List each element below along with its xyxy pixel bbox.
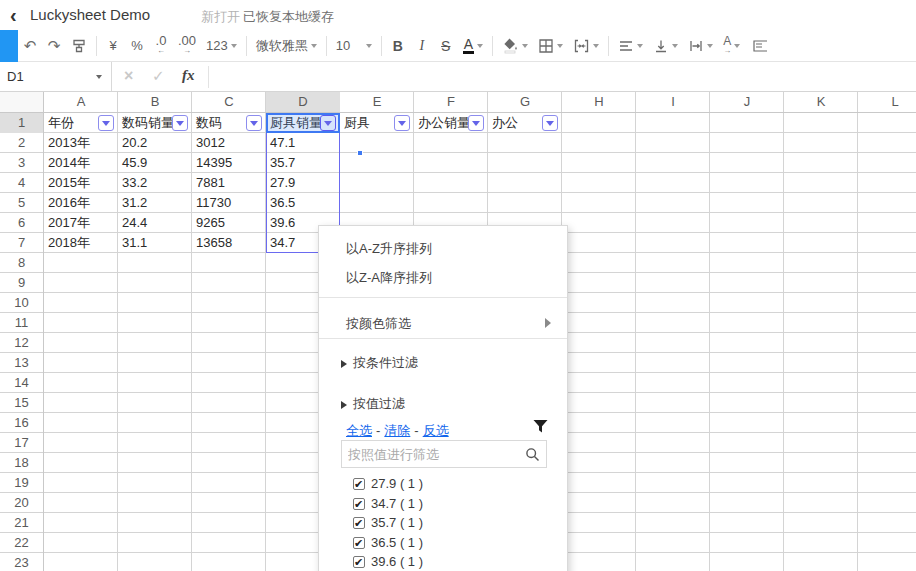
filter-value-item[interactable]: 27.9 ( 1 ): [353, 474, 423, 493]
cell-A5[interactable]: 2016年: [44, 193, 118, 213]
row-header-17[interactable]: 17: [0, 433, 43, 453]
checkbox-checked-icon[interactable]: [353, 537, 365, 549]
menu-filter-by-color[interactable]: 按颜色筛选: [346, 315, 411, 333]
filter-value-item[interactable]: 36.5 ( 1 ): [353, 533, 423, 552]
borders-button[interactable]: [533, 33, 568, 59]
italic-button[interactable]: I: [410, 33, 434, 59]
column-header-D[interactable]: D: [266, 92, 340, 112]
cell-B4[interactable]: 33.2: [118, 173, 192, 193]
row-header-15[interactable]: 15: [0, 393, 43, 413]
checkbox-checked-icon[interactable]: [353, 517, 365, 529]
column-header-E[interactable]: E: [340, 92, 414, 112]
row-header-19[interactable]: 19: [0, 473, 43, 493]
row-header-13[interactable]: 13: [0, 353, 43, 373]
invert-link[interactable]: 反选: [423, 423, 449, 438]
row-header-5[interactable]: 5: [0, 193, 43, 213]
name-box[interactable]: D1: [0, 62, 112, 91]
cell-D2[interactable]: 47.1: [266, 133, 340, 153]
currency-format-button[interactable]: ¥: [101, 33, 125, 59]
cell-A2[interactable]: 2013年: [44, 133, 118, 153]
percent-format-button[interactable]: %: [125, 33, 149, 59]
column-header-K[interactable]: K: [784, 92, 858, 112]
cell-B5[interactable]: 31.2: [118, 193, 192, 213]
row-header-1[interactable]: 1: [0, 113, 43, 133]
row-header-21[interactable]: 21: [0, 513, 43, 533]
fill-color-button[interactable]: [497, 33, 533, 59]
column-header-I[interactable]: I: [636, 92, 710, 112]
confirm-entry-icon[interactable]: ✓: [152, 67, 165, 85]
text-rotate-button[interactable]: A→: [718, 33, 745, 59]
row-header-8[interactable]: 8: [0, 253, 43, 273]
format-painter-button[interactable]: [66, 33, 92, 59]
checkbox-checked-icon[interactable]: [353, 556, 365, 568]
row-header-10[interactable]: 10: [0, 293, 43, 313]
row-header-9[interactable]: 9: [0, 273, 43, 293]
cell-C7[interactable]: 13658: [192, 233, 266, 253]
filter-button-B[interactable]: [172, 115, 188, 131]
fill-handle[interactable]: [357, 150, 363, 156]
row-header-14[interactable]: 14: [0, 373, 43, 393]
increase-decimal-button[interactable]: .00→: [173, 33, 201, 59]
cell-D3[interactable]: 35.7: [266, 153, 340, 173]
cell-C6[interactable]: 9265: [192, 213, 266, 233]
column-header-H[interactable]: H: [562, 92, 636, 112]
cell-D5[interactable]: 36.5: [266, 193, 340, 213]
cell-B7[interactable]: 31.1: [118, 233, 192, 253]
row-header-23[interactable]: 23: [0, 553, 43, 571]
row-header-20[interactable]: 20: [0, 493, 43, 513]
select-all-corner[interactable]: [0, 92, 44, 113]
font-size-select[interactable]: 10: [331, 33, 377, 59]
decrease-decimal-button[interactable]: .0←: [149, 33, 173, 59]
cell-C4[interactable]: 7881: [192, 173, 266, 193]
horizontal-align-button[interactable]: [613, 33, 648, 59]
column-header-L[interactable]: L: [858, 92, 916, 112]
cell-C5[interactable]: 11730: [192, 193, 266, 213]
checkbox-checked-icon[interactable]: [353, 478, 365, 490]
menu-sort-ascending[interactable]: 以A-Z升序排列: [346, 240, 432, 258]
row-header-4[interactable]: 4: [0, 173, 43, 193]
row-header-3[interactable]: 3: [0, 153, 43, 173]
number-format-button[interactable]: 123: [201, 33, 242, 59]
row-header-11[interactable]: 11: [0, 313, 43, 333]
vertical-align-button[interactable]: [648, 33, 683, 59]
row-header-18[interactable]: 18: [0, 453, 43, 473]
column-header-B[interactable]: B: [118, 92, 192, 112]
cell-A3[interactable]: 2014年: [44, 153, 118, 173]
row-header-6[interactable]: 6: [0, 213, 43, 233]
cell-C3[interactable]: 14395: [192, 153, 266, 173]
filter-button-E[interactable]: [394, 115, 410, 131]
bold-button[interactable]: B: [386, 33, 410, 59]
column-header-J[interactable]: J: [710, 92, 784, 112]
cell-A7[interactable]: 2018年: [44, 233, 118, 253]
filter-button-G[interactable]: [542, 115, 558, 131]
column-header-G[interactable]: G: [488, 92, 562, 112]
formula-input[interactable]: [209, 62, 916, 91]
menu-filter-by-value[interactable]: 按值过滤: [341, 395, 405, 413]
cell-A6[interactable]: 2017年: [44, 213, 118, 233]
filter-button-C[interactable]: [246, 115, 262, 131]
cell-D4[interactable]: 27.9: [266, 173, 340, 193]
fx-icon[interactable]: fx: [182, 67, 195, 84]
filter-button-D[interactable]: [320, 115, 336, 131]
menu-sort-descending[interactable]: 以Z-A降序排列: [346, 269, 432, 287]
strikethrough-button[interactable]: S: [434, 33, 458, 59]
column-header-A[interactable]: A: [44, 92, 118, 112]
menu-new[interactable]: 新打开: [201, 8, 240, 26]
screenshot-button[interactable]: [745, 33, 769, 59]
row-header-2[interactable]: 2: [0, 133, 43, 153]
menu-filter-by-condition[interactable]: 按条件过滤: [341, 354, 418, 372]
back-icon[interactable]: ‹: [10, 2, 17, 28]
merge-cells-button[interactable]: [568, 33, 604, 59]
filter-value-item[interactable]: 35.7 ( 1 ): [353, 513, 423, 532]
filter-button-A[interactable]: [98, 115, 114, 131]
filter-button-F[interactable]: [468, 115, 484, 131]
select-all-link[interactable]: 全选: [346, 423, 372, 438]
cell-A4[interactable]: 2015年: [44, 173, 118, 193]
redo-button[interactable]: ↷: [42, 33, 66, 59]
checkbox-checked-icon[interactable]: [353, 498, 365, 510]
cancel-entry-icon[interactable]: ×: [124, 67, 133, 85]
row-header-22[interactable]: 22: [0, 533, 43, 553]
column-header-F[interactable]: F: [414, 92, 488, 112]
row-header-16[interactable]: 16: [0, 413, 43, 433]
cell-B3[interactable]: 45.9: [118, 153, 192, 173]
